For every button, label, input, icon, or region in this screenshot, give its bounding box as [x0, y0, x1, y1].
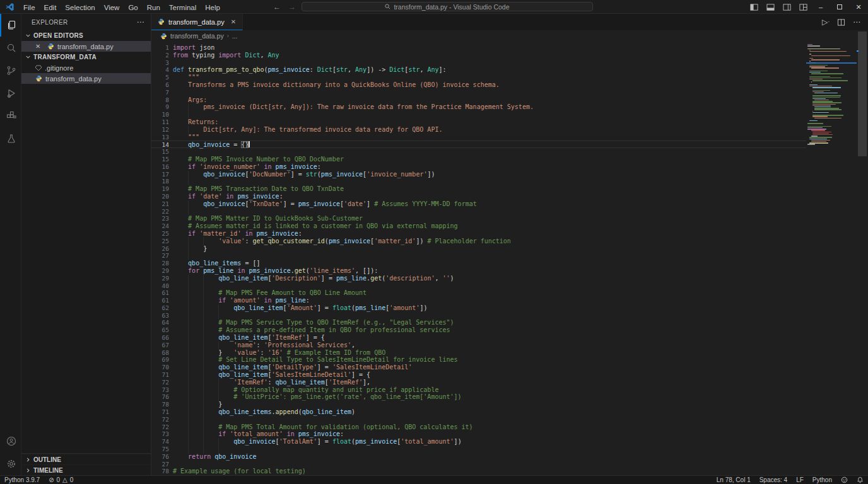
notifications-bell-icon[interactable]	[852, 476, 868, 483]
close-tab-icon[interactable]: ✕	[231, 18, 236, 25]
maximize-button[interactable]	[830, 0, 849, 14]
activitybar-explorer[interactable]	[0, 14, 21, 37]
open-editors-header[interactable]: OPEN EDITORS	[21, 30, 151, 41]
toggle-panel-icon[interactable]	[762, 0, 778, 14]
minimap[interactable]	[806, 42, 857, 475]
tab-transform-data[interactable]: transform_data.py ✕	[151, 14, 243, 30]
code-line[interactable]: 29 for pms_line in pms_invoice.get('line…	[151, 267, 806, 275]
code-line[interactable]: 15	[151, 148, 806, 156]
code-line[interactable]: 72 'ItemRef': qbo_line_item['ItemRef'],	[151, 379, 806, 386]
code-line[interactable]: 25 if 'matter_id' in pms_invoice:	[151, 230, 806, 238]
open-editor-item[interactable]: ✕ transform_data.py	[21, 41, 151, 52]
cursor-position-status[interactable]: Ln 78, Col 1	[712, 476, 755, 483]
code-line[interactable]: 73 if 'total_amount' in pms_invoice:	[151, 430, 806, 438]
code-line[interactable]: 76 # 'UnitPrice': pms_line.get('rate', q…	[151, 393, 806, 401]
code-line[interactable]: 26 }	[151, 245, 806, 253]
split-editor-icon[interactable]	[837, 18, 845, 26]
code-line[interactable]: 27	[151, 461, 806, 468]
python-interpreter-status[interactable]: Python 3.9.7	[0, 476, 44, 484]
editor-more-actions-icon[interactable]: ⋯	[853, 18, 860, 26]
code-line[interactable]: 25 'value': get_qbo_customer_id(pms_invo…	[151, 238, 806, 245]
code-line[interactable]: 18	[151, 178, 806, 185]
code-line[interactable]: 3	[151, 59, 806, 67]
menu-run[interactable]: Run	[143, 4, 165, 11]
workspace-folder-header[interactable]: TRANSFORM_DATA	[21, 52, 151, 62]
account-icon[interactable]	[0, 430, 21, 452]
explorer-actions-icon[interactable]: ⋯	[137, 18, 144, 26]
menu-edit[interactable]: Edit	[40, 4, 61, 11]
code-line[interactable]: 62 qbo_line_item['Amount'] = float(pms_l…	[151, 304, 806, 312]
code-line[interactable]: 21 qbo_invoice['TxnDate'] = pms_invoice[…	[151, 200, 806, 208]
code-line[interactable]: 11 Returns:	[151, 118, 806, 126]
menu-help[interactable]: Help	[201, 4, 225, 11]
customize-layout-icon[interactable]	[795, 0, 811, 14]
run-python-file-button[interactable]: ▷ˇ	[822, 18, 830, 26]
menu-file[interactable]: File	[19, 4, 40, 11]
eol-status[interactable]: LF	[792, 476, 808, 483]
breadcrumb[interactable]: transform_data.py › ...	[151, 30, 868, 42]
scrollbar-thumb[interactable]	[858, 32, 867, 156]
activitybar-source-control[interactable]	[0, 59, 21, 82]
activitybar-search[interactable]	[0, 37, 21, 59]
code-line[interactable]: 71 qbo_line_item['SalesItemLineDetail'] …	[151, 371, 806, 379]
file-row-gitignore[interactable]: .gitignore	[21, 62, 151, 73]
code-line[interactable]: 76 return qbo_invoice	[151, 453, 806, 461]
vertical-scrollbar[interactable]	[857, 30, 868, 475]
menu-view[interactable]: View	[100, 4, 124, 11]
code-line[interactable]: 61 if 'amount' in pms_line:	[151, 297, 806, 304]
feedback-icon[interactable]	[836, 476, 852, 483]
minimize-button[interactable]: –	[811, 0, 830, 14]
code-line[interactable]: 78 }	[151, 401, 806, 408]
toggle-sidebar-icon[interactable]	[746, 0, 762, 14]
code-line[interactable]: 74 qbo_invoice['TotalAmt'] = float(pms_i…	[151, 438, 806, 446]
code-line[interactable]: 5 """	[151, 74, 806, 81]
code-line[interactable]: 22	[151, 208, 806, 216]
code-line[interactable]: 64 # Map PMS Service Type to QBO ItemRef…	[151, 319, 806, 326]
code-line[interactable]: 16 if 'invoice_number' in pms_invoice:	[151, 163, 806, 171]
code-line[interactable]: 24 # Assumes matter_id is linked to a cu…	[151, 222, 806, 230]
outline-section[interactable]: OUTLINE	[21, 454, 151, 464]
code-line[interactable]: 1import json	[151, 44, 806, 52]
code-line[interactable]: 68 } 'value': '16' # Example Item ID fro…	[151, 349, 806, 357]
close-button[interactable]: ✕	[849, 0, 868, 14]
code-line[interactable]: 40	[151, 282, 806, 290]
file-row-transform-data[interactable]: transform_data.py	[21, 73, 151, 84]
toggle-secondary-sidebar-icon[interactable]	[778, 0, 795, 14]
code-line[interactable]: 6 Transforms a PMS invoice dictionary in…	[151, 81, 806, 89]
code-line[interactable]: 15 # Map PMS Invoice Number to QBO DocNu…	[151, 156, 806, 163]
code-line[interactable]: 10	[151, 111, 806, 118]
code-line[interactable]: 8 Args:	[151, 96, 806, 104]
code-line[interactable]: 7	[151, 89, 806, 96]
command-center-search[interactable]: transform_data.py - Visual Studio Code	[302, 2, 593, 11]
code-line[interactable]: 69 # Set Line Detail Type to SalesItemLi…	[151, 356, 806, 364]
code-line[interactable]: 13 """	[151, 134, 806, 141]
timeline-section[interactable]: TIMELINE	[21, 464, 151, 475]
code-line[interactable]: 23 # Map PMS Matter ID to QuickBooks Sub…	[151, 215, 806, 222]
code-line[interactable]: 20 if 'date' in pms_invoice:	[151, 193, 806, 200]
code-editor[interactable]: 1import json2from typing import Dict, An…	[151, 42, 868, 475]
settings-gear-icon[interactable]	[0, 452, 21, 475]
code-line[interactable]: 65 # Assumes a pre-defined Item in QBO f…	[151, 326, 806, 334]
code-line[interactable]: 75	[151, 446, 806, 453]
close-editor-icon[interactable]: ✕	[35, 43, 43, 50]
code-line[interactable]: 67 'name': 'Professional Services',	[151, 342, 806, 349]
history-back-icon[interactable]: ←	[271, 3, 283, 11]
history-forward-icon[interactable]: →	[286, 3, 298, 11]
code-line[interactable]: 72 # Map PMS Total Amount for validation…	[151, 424, 806, 431]
activitybar-extensions[interactable]	[0, 105, 21, 127]
code-line[interactable]: 28 qbo_line_items = []	[151, 260, 806, 267]
code-line[interactable]: 27	[151, 252, 806, 260]
indentation-status[interactable]: Spaces: 4	[755, 476, 792, 483]
code-line[interactable]: 19 # Map PMS Transaction Date to QBO Txn…	[151, 185, 806, 193]
code-line[interactable]: 71 qbo_line_items.append(qbo_line_item)	[151, 408, 806, 416]
activitybar-testing[interactable]	[0, 127, 21, 150]
code-line[interactable]: 12 Dict[str, Any]: The transformed invoi…	[151, 126, 806, 134]
code-line[interactable]: 17 qbo_invoice['DocNumber'] = str(pms_in…	[151, 171, 806, 178]
code-line[interactable]: 14 qbo_invoice = {}	[151, 141, 806, 148]
language-mode-status[interactable]: Python	[808, 476, 836, 483]
code-line[interactable]: 63	[151, 312, 806, 320]
activitybar-run-debug[interactable]	[0, 82, 21, 105]
code-line[interactable]: 78# Example usage (for local testing)	[151, 468, 806, 475]
code-line[interactable]: 72	[151, 416, 806, 424]
code-line[interactable]: 9 pms_invoice (Dict[str, Any]): The raw …	[151, 103, 806, 111]
